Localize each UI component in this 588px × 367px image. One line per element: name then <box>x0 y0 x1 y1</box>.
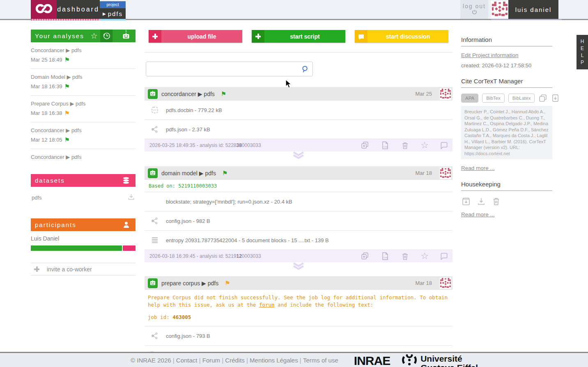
status-flag-icon: ⚑ <box>225 280 230 286</box>
nav-accent-strip <box>0 19 588 21</box>
card-header: domain model ▶ pdfs ⚑ Mar 18 <box>145 166 452 180</box>
archive-download-icon[interactable] <box>461 197 471 206</box>
download-icon[interactable] <box>476 197 486 206</box>
download-citation-icon[interactable] <box>551 94 560 103</box>
edit-project-link[interactable]: Edit Project information <box>461 52 519 58</box>
search-input[interactable] <box>146 62 298 76</box>
start-discussion-button[interactable]: start discussion <box>355 30 448 43</box>
help-letter: P <box>577 59 588 66</box>
owner-identicon <box>440 167 451 179</box>
analysis-meta: 2026-03-18 16:39:45 - analysis id: 52191… <box>149 253 361 259</box>
analysis-list-item[interactable]: Concordancer ▶ pdfs <box>31 149 136 163</box>
expand-card-chevron[interactable] <box>145 262 452 271</box>
analysis-item-date: Mar 25 18:49 <box>31 57 62 63</box>
comment-icon[interactable] <box>440 252 448 261</box>
analysis-item-title: Prepare Corpus ▶ pdfs <box>31 101 136 107</box>
file-label: pdfs.json - 2.37 kB <box>166 126 210 133</box>
trash-icon[interactable] <box>492 197 501 206</box>
file-row[interactable]: blockstate; strategy=['mnbdl']; run=0.js… <box>145 192 452 211</box>
participants-header: participants <box>31 218 136 231</box>
duplicate-icon[interactable] <box>361 252 370 261</box>
analysis-list-item[interactable]: Concordancer ▶ pdfs Mar 12 18:05⚑ <box>31 122 136 149</box>
comment-icon[interactable] <box>440 141 448 150</box>
infinity-logo-icon <box>35 3 53 16</box>
file-label: blockstate; strategy=['mnbdl']; run=0.js… <box>166 199 292 205</box>
cite-format-biblatex[interactable]: BibLatex <box>508 94 535 103</box>
history-filter-icon[interactable] <box>100 30 113 42</box>
inrae-logo: INRAE <box>354 354 390 367</box>
cite-format-buttons: APA BibTex BibLatex <box>461 94 552 103</box>
job-id-value: 463005 <box>172 314 191 320</box>
analysis-card-domain-model: domain model ▶ pdfs ⚑ Mar 18 Based on: 5… <box>145 166 452 271</box>
svg-text:Log: Log <box>384 145 388 148</box>
owner-identicon <box>440 88 451 100</box>
help-tab[interactable]: H E L P <box>577 35 588 69</box>
share-icon <box>149 125 160 133</box>
trash-icon[interactable] <box>401 141 409 150</box>
avatar-identicon <box>492 2 508 17</box>
favorite-star-icon[interactable]: ☆ <box>420 252 429 260</box>
user-avatar[interactable] <box>491 1 508 18</box>
card-header: concordancer ▶ pdfs ⚑ Mar 25 <box>145 87 452 101</box>
start-script-button[interactable]: start script <box>252 30 345 43</box>
info-panel: Information Edit Project information cre… <box>461 36 552 218</box>
logout-button[interactable]: log out <box>460 0 488 19</box>
owner-identicon <box>440 278 451 289</box>
favorite-star-icon[interactable]: ☆ <box>420 141 429 149</box>
housekeeping-read-more-link[interactable]: Read more ... <box>461 211 495 218</box>
analysis-list-item[interactable]: Concordancer ▶ pdfs Mar 25 18:49⚑ <box>31 42 136 69</box>
invite-coworker-button[interactable]: invite a co-worker <box>31 263 136 275</box>
file-row[interactable]: pdfs.docbin - 779.22 kB <box>145 101 452 120</box>
cite-format-apa[interactable]: APA <box>461 94 478 103</box>
file-row[interactable]: config.json - 793 B <box>145 326 452 346</box>
file-row[interactable]: pdfs.json - 2.37 kB <box>145 120 452 139</box>
footer-copyright: © INRAE 2026 <box>131 357 171 364</box>
created-date: created: 2026-03-12 17:58:50 <box>461 62 552 69</box>
footer-contact-link[interactable]: Contact <box>171 357 198 364</box>
duplicate-icon[interactable] <box>361 141 370 150</box>
search-button[interactable] <box>298 62 312 76</box>
file-row[interactable]: entropy 20931.787735422004 - 5 document … <box>145 231 452 250</box>
cite-format-bibtex[interactable]: BibTex <box>482 94 505 103</box>
footer-forum-link[interactable]: Forum <box>198 357 220 364</box>
analysis-item-title: Domain Model ▶ pdfs <box>31 74 136 80</box>
participant-progress-bar <box>31 245 136 251</box>
cite-read-more-link[interactable]: Read more ... <box>461 165 495 171</box>
footer-credits-link[interactable]: Crédits <box>220 357 245 364</box>
analysis-item-title: Concordancer ▶ pdfs <box>31 154 136 160</box>
log-file-icon[interactable]: Log <box>381 252 390 261</box>
copy-citation-icon[interactable] <box>538 94 547 103</box>
analysis-list-item[interactable]: Prepare Corpus ▶ pdfs Mar 18 16:38⚑ <box>31 96 136 122</box>
forum-link[interactable]: forum <box>259 302 275 308</box>
user-name[interactable]: luis daniel <box>508 0 558 19</box>
participant-row: Luis Daniel <box>31 231 136 251</box>
file-label: entropy 20931.787735422004 - 5 document … <box>166 237 329 243</box>
strip-lavender <box>491 19 562 20</box>
robot-filter-icon[interactable]: 1 <box>120 30 132 42</box>
expand-card-chevron[interactable] <box>145 151 452 161</box>
footer-legal-link[interactable]: Mentions Légales <box>245 357 298 364</box>
analysis-list-item[interactable]: Domain Model ▶ pdfs Mar 18 16:39⚑ <box>31 69 136 96</box>
search-icon <box>301 65 309 73</box>
cortext-logo[interactable] <box>31 0 57 19</box>
download-icon[interactable] <box>128 193 135 202</box>
file-row[interactable]: config.json - 982 B <box>145 211 452 231</box>
analysis-item-date: Mar 18 16:39 <box>31 83 62 89</box>
favorites-filter-icon[interactable]: ☆ <box>88 30 100 42</box>
dataset-row-pdfs[interactable]: pdfs <box>31 187 136 206</box>
plus-icon <box>34 266 39 272</box>
person-icon <box>120 218 132 231</box>
nav-project-pdfs-tab[interactable]: ▶ pdfs <box>100 8 126 19</box>
trash-icon[interactable] <box>401 252 409 261</box>
footer-terms-link[interactable]: Terms of use <box>298 357 338 364</box>
participant-name: Luis Daniel <box>31 235 136 242</box>
log-file-icon[interactable]: Log <box>381 141 390 150</box>
card-date: Mar 18 <box>416 170 432 176</box>
divider <box>145 52 452 53</box>
upload-file-button[interactable]: upload file <box>149 30 242 43</box>
card-date: Mar 18 <box>416 280 432 286</box>
nav-dashboard-link[interactable]: dashboard <box>57 0 100 19</box>
participants-title: participants <box>35 221 120 228</box>
help-letter: L <box>577 52 588 59</box>
search-box <box>146 62 313 76</box>
